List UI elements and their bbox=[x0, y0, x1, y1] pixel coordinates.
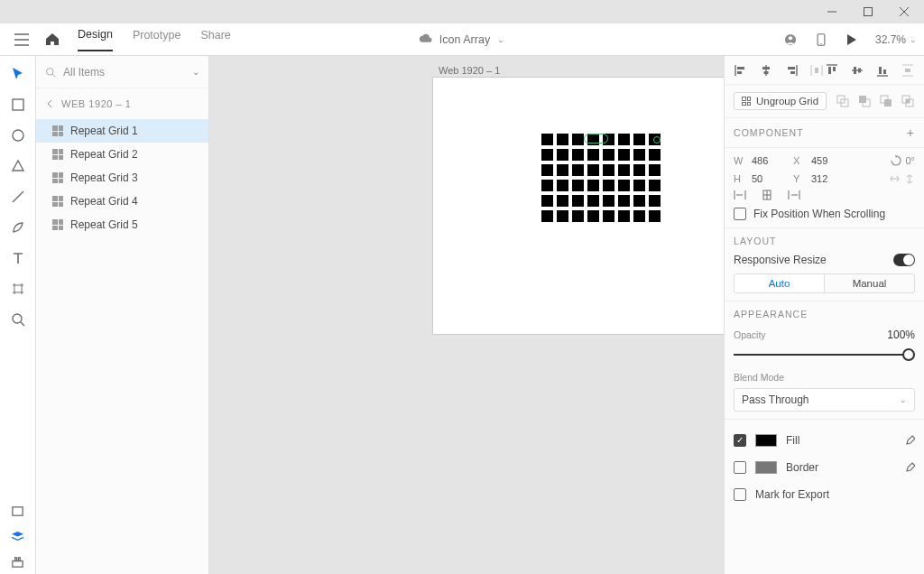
eyedropper-icon[interactable] bbox=[903, 462, 915, 474]
flip-h-icon[interactable] bbox=[890, 174, 900, 184]
maximize-button[interactable] bbox=[850, 1, 886, 23]
zoom-tool[interactable] bbox=[5, 307, 31, 332]
align-hcenter-button[interactable] bbox=[759, 63, 773, 78]
layer-item[interactable]: Repeat Grid 1 bbox=[36, 119, 208, 143]
eyedropper-icon[interactable] bbox=[903, 435, 915, 447]
repeat-grid-object[interactable] bbox=[541, 134, 661, 222]
distribute-h-button[interactable] bbox=[809, 63, 824, 78]
repeat-grid-icon bbox=[52, 172, 63, 183]
layers-panel: All Items ⌄ WEB 1920 – 1 Repeat Grid 1 R… bbox=[36, 56, 209, 574]
svg-rect-16 bbox=[13, 506, 23, 514]
export-checkbox[interactable] bbox=[734, 488, 746, 501]
minimize-button[interactable] bbox=[814, 1, 850, 23]
close-button[interactable] bbox=[886, 1, 922, 23]
height-input[interactable]: 50 bbox=[752, 173, 788, 184]
align-top-button[interactable] bbox=[825, 63, 839, 78]
layer-item[interactable]: Repeat Grid 2 bbox=[36, 143, 208, 166]
select-tool[interactable] bbox=[5, 61, 31, 87]
document-name: Icon Array bbox=[439, 33, 490, 46]
device-preview-button[interactable] bbox=[814, 32, 828, 47]
tab-prototype[interactable]: Prototype bbox=[133, 29, 181, 51]
boolean-intersect-button[interactable] bbox=[879, 94, 893, 108]
constrain-right-icon[interactable] bbox=[788, 190, 800, 200]
document-title[interactable]: Icon Array ⌄ bbox=[420, 32, 504, 47]
svg-line-13 bbox=[13, 191, 23, 202]
boolean-union-button[interactable] bbox=[836, 94, 850, 108]
artboard-breadcrumb[interactable]: WEB 1920 – 1 bbox=[36, 88, 208, 119]
border-checkbox[interactable] bbox=[734, 461, 746, 474]
plugins-button[interactable] bbox=[5, 549, 31, 574]
rectangle-tool[interactable] bbox=[5, 92, 31, 117]
artboard-label[interactable]: Web 1920 – 1 bbox=[439, 65, 500, 76]
profile-button[interactable] bbox=[783, 32, 798, 47]
svg-rect-39 bbox=[858, 68, 861, 72]
repeat-grid-icon bbox=[52, 219, 63, 230]
layer-item[interactable]: Repeat Grid 3 bbox=[36, 166, 208, 190]
artboard-tool[interactable] bbox=[5, 276, 31, 301]
svg-rect-35 bbox=[828, 67, 831, 74]
repeat-grid-handle[interactable] bbox=[653, 136, 661, 144]
responsive-resize-toggle[interactable] bbox=[893, 254, 915, 266]
svg-rect-1 bbox=[864, 8, 873, 16]
svg-rect-18 bbox=[15, 557, 17, 560]
home-button[interactable] bbox=[38, 32, 67, 46]
ungroup-grid-button[interactable]: Ungroup Grid bbox=[734, 92, 827, 110]
mode-tabs: Design Prototype Share bbox=[78, 28, 231, 51]
x-input[interactable]: 459 bbox=[811, 155, 847, 166]
constrain-center-icon[interactable] bbox=[761, 190, 773, 200]
svg-rect-23 bbox=[737, 67, 744, 69]
rotation-input[interactable]: 0° bbox=[891, 155, 915, 166]
layers-search[interactable]: All Items ⌄ bbox=[36, 56, 208, 88]
resize-manual-option[interactable]: Manual bbox=[824, 274, 914, 292]
canvas[interactable]: Web 1920 – 1 bbox=[209, 56, 724, 574]
svg-rect-36 bbox=[833, 67, 836, 71]
svg-rect-24 bbox=[737, 71, 742, 74]
pen-tool[interactable] bbox=[5, 215, 31, 240]
add-component-button[interactable]: + bbox=[907, 125, 915, 140]
fix-position-checkbox[interactable] bbox=[734, 208, 746, 220]
assets-button[interactable] bbox=[5, 498, 31, 523]
resize-mode-segment[interactable]: Auto Manual bbox=[734, 273, 915, 293]
layer-item[interactable]: Repeat Grid 5 bbox=[36, 213, 208, 236]
y-input[interactable]: 312 bbox=[811, 173, 847, 184]
play-button[interactable] bbox=[845, 32, 859, 47]
grid-icon bbox=[742, 97, 751, 106]
align-right-button[interactable] bbox=[784, 63, 799, 78]
distribute-v-button[interactable] bbox=[901, 63, 915, 78]
svg-rect-29 bbox=[788, 67, 795, 69]
ellipse-tool[interactable] bbox=[5, 123, 31, 148]
resize-auto-option[interactable]: Auto bbox=[735, 274, 824, 292]
border-swatch[interactable] bbox=[755, 461, 777, 474]
fill-swatch[interactable] bbox=[755, 434, 777, 447]
align-bottom-button[interactable] bbox=[875, 63, 890, 78]
tab-share[interactable]: Share bbox=[200, 29, 230, 51]
constrain-left-icon[interactable] bbox=[734, 190, 746, 200]
opacity-slider[interactable] bbox=[734, 348, 915, 361]
artboard[interactable] bbox=[433, 78, 724, 334]
export-label: Mark for Export bbox=[755, 488, 829, 501]
flip-v-icon[interactable] bbox=[905, 174, 915, 184]
svg-rect-51 bbox=[884, 99, 892, 106]
layers-button[interactable] bbox=[5, 523, 31, 549]
boolean-subtract-button[interactable] bbox=[857, 94, 872, 108]
svg-point-20 bbox=[47, 68, 54, 75]
align-left-button[interactable] bbox=[734, 63, 748, 78]
menu-button[interactable] bbox=[7, 33, 36, 46]
zoom-dropdown[interactable]: 32.7%⌄ bbox=[875, 33, 917, 46]
align-vcenter-button[interactable] bbox=[850, 63, 864, 78]
tab-design[interactable]: Design bbox=[78, 28, 113, 51]
boolean-exclude-button[interactable] bbox=[901, 94, 915, 108]
polygon-tool[interactable] bbox=[5, 153, 31, 179]
line-tool[interactable] bbox=[5, 184, 31, 209]
chevron-down-icon: ⌄ bbox=[192, 67, 199, 77]
text-tool[interactable] bbox=[5, 245, 31, 271]
svg-point-14 bbox=[13, 314, 22, 323]
chevron-down-icon: ⌄ bbox=[497, 35, 504, 44]
layer-item[interactable]: Repeat Grid 4 bbox=[36, 190, 208, 213]
svg-rect-30 bbox=[790, 71, 795, 74]
width-input[interactable]: 486 bbox=[752, 155, 788, 166]
opacity-value: 100% bbox=[887, 329, 915, 341]
blend-mode-select[interactable]: Pass Through ⌄ bbox=[734, 388, 915, 412]
repeat-grid-icon bbox=[52, 149, 63, 160]
fill-checkbox[interactable] bbox=[734, 434, 746, 447]
